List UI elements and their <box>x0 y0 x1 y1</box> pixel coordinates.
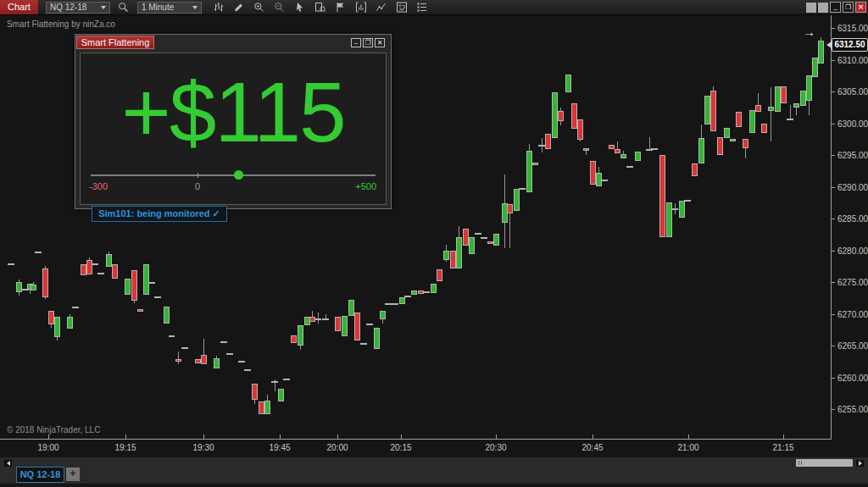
go-to-last-bar-arrow-icon[interactable]: → <box>803 25 815 39</box>
copyright-label: © 2018 NinjaTrader, LLC <box>7 425 100 434</box>
toolbar-icon-strip <box>212 2 429 14</box>
zoom-in-icon[interactable] <box>253 2 266 14</box>
smart-flattening-window[interactable]: Smart Flattening – ❐ ✕ +$115 -300 0 +500 <box>75 34 392 209</box>
instrument-selector[interactable]: NQ 12-18 <box>46 2 110 14</box>
candle <box>335 317 341 331</box>
price-tick <box>832 409 835 410</box>
candle <box>278 389 284 401</box>
time-tick <box>280 434 281 439</box>
scroll-right-button[interactable] <box>856 460 864 467</box>
interval-selector[interactable]: 1 Minute <box>137 2 202 14</box>
chevron-down-icon <box>192 6 198 9</box>
candle <box>493 234 499 246</box>
sf-minimize-button[interactable]: – <box>351 38 361 47</box>
time-tick <box>593 434 593 439</box>
tab-nq-12-18[interactable]: NQ 12-18 <box>16 467 64 483</box>
time-tick-label: 20:45 <box>574 443 611 452</box>
sf-close-button[interactable]: ✕ <box>375 38 385 47</box>
doji-candle <box>671 208 678 210</box>
doji-candle <box>148 282 155 284</box>
candle <box>380 311 386 320</box>
candle <box>704 96 710 125</box>
doji-candle <box>404 296 411 297</box>
data-box-icon[interactable] <box>314 2 327 14</box>
doji-candle <box>238 361 245 362</box>
doji-candle <box>92 263 98 265</box>
slider-min-label: -300 <box>89 181 108 191</box>
candle <box>679 201 685 218</box>
price-tick <box>832 378 835 379</box>
time-tick <box>496 434 497 439</box>
time-tick <box>783 434 784 439</box>
candle <box>214 358 220 368</box>
price-tick-label: 6270.00 <box>837 310 868 319</box>
chart-properties-icon[interactable] <box>395 2 409 14</box>
add-tab-button[interactable]: + <box>66 468 80 481</box>
search-icon[interactable] <box>117 2 131 14</box>
chart-area[interactable]: 6315.006310.006305.006300.006295.006290.… <box>0 0 868 487</box>
candle <box>775 86 781 112</box>
candle <box>768 107 774 111</box>
properties-list-icon[interactable] <box>415 2 429 14</box>
candle <box>526 151 532 193</box>
candle <box>374 328 380 349</box>
window-button-gray-1[interactable] <box>806 3 816 13</box>
chart-window-tab[interactable]: Chart <box>0 0 38 14</box>
candle <box>571 103 577 129</box>
price-tick-label: 6285.00 <box>837 214 868 224</box>
smart-flattening-title-tab[interactable]: Smart Flattening <box>76 36 154 49</box>
price-bars-icon[interactable] <box>212 2 225 14</box>
time-tick <box>401 434 402 439</box>
time-tick-label: 19:45 <box>261 443 298 452</box>
candle <box>31 285 36 291</box>
candle <box>761 124 767 133</box>
right-arrow-icon <box>859 461 862 466</box>
scrollbar-grip <box>798 461 799 465</box>
minimize-button[interactable]: – <box>830 2 841 13</box>
flag-icon[interactable] <box>334 2 348 14</box>
ninjatrader-chart-window: 6315.006310.006305.006300.006295.006290.… <box>0 0 868 487</box>
sf-restore-button[interactable]: ❐ <box>363 38 373 47</box>
smart-flattening-titlebar[interactable]: Smart Flattening – ❐ ✕ <box>75 35 391 52</box>
candle <box>577 119 583 140</box>
horizontal-scrollbar-thumb[interactable] <box>796 459 853 467</box>
candle <box>698 138 704 163</box>
drawing-tools-icon[interactable] <box>232 2 246 14</box>
restore-button[interactable]: ❐ <box>843 2 854 13</box>
candle <box>456 237 462 269</box>
candle <box>812 58 818 77</box>
candle <box>348 300 354 316</box>
candle <box>514 189 520 211</box>
price-axis-line <box>831 14 832 439</box>
candle <box>615 149 620 153</box>
market-analyzer-icon[interactable] <box>354 2 368 14</box>
scroll-left-button[interactable] <box>4 460 12 467</box>
zoom-out-icon[interactable] <box>273 2 287 14</box>
candle <box>800 91 806 106</box>
candle <box>437 269 442 281</box>
candle <box>487 241 493 244</box>
doji-candle <box>519 188 526 190</box>
doji-candle <box>366 324 373 325</box>
window-button-gray-2[interactable] <box>818 3 828 13</box>
candle <box>730 139 736 141</box>
time-tick-label: 19:30 <box>185 443 222 452</box>
candle <box>590 161 596 185</box>
close-button[interactable]: ✕ <box>855 2 866 13</box>
price-tick <box>832 124 835 125</box>
pnl-value: +$115 <box>81 53 386 170</box>
candle <box>532 163 538 165</box>
price-tick-label: 6255.00 <box>837 405 868 414</box>
line-chart-icon[interactable] <box>375 2 388 14</box>
cursor-icon[interactable] <box>293 2 307 14</box>
flatten-slider-thumb[interactable] <box>234 170 243 180</box>
flatten-slider-track[interactable] <box>91 174 376 176</box>
doji-candle <box>97 273 104 274</box>
indicator-label: Smart Flattening by ninZa.co <box>7 19 115 29</box>
candle <box>16 282 22 292</box>
time-tick-label: 21:15 <box>765 443 802 452</box>
price-tick <box>832 346 835 346</box>
doji-candle <box>35 252 42 253</box>
candle <box>717 137 723 155</box>
doji-candle <box>8 263 14 265</box>
